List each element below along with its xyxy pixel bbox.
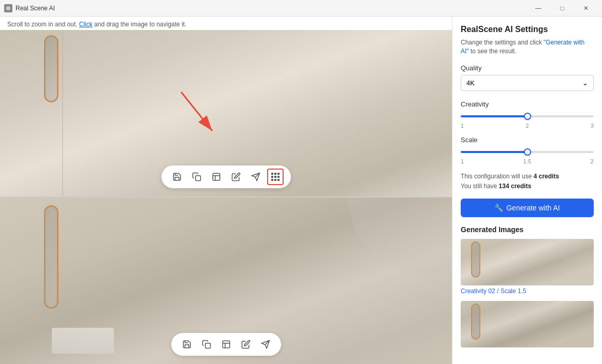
mirror-bottom — [44, 205, 58, 309]
quality-label: Quality — [461, 64, 594, 72]
send-btn-top[interactable] — [247, 169, 264, 185]
svg-rect-5 — [271, 173, 273, 175]
creativity-marks: 1 2 3 — [461, 123, 594, 129]
bottom-floating-toolbar — [171, 333, 281, 356]
generate-link: "Generate with AI" — [461, 39, 584, 55]
top-floating-toolbar — [161, 165, 291, 188]
svg-rect-17 — [223, 341, 230, 348]
app-title: Real Scene AI — [16, 5, 55, 12]
creativity-section: Creativity 1 2 3 — [461, 100, 594, 129]
credits-line1: This configuration will use — [461, 173, 534, 180]
hint-text3: and drag the image to navigate it. — [94, 21, 186, 28]
hint-click: Click — [79, 21, 93, 28]
image-container[interactable] — [0, 30, 452, 364]
scale-marks: 1 1.5 2 — [461, 158, 594, 164]
settings-title: RealScene AI Settings — [461, 25, 594, 34]
creativity-mark-3: 3 — [591, 123, 594, 129]
view-btn-bottom[interactable] — [218, 336, 234, 353]
edit-btn-bottom[interactable] — [238, 336, 254, 353]
creativity-label: Creativity — [461, 100, 594, 108]
generated-image-1[interactable]: Creativity 02 / Scale 1.5 — [461, 239, 594, 295]
chevron-down-icon: ⌄ — [582, 79, 588, 87]
main-content: Scroll to zoom in and out. Click and dra… — [0, 17, 602, 364]
copy-btn-top[interactable] — [188, 169, 205, 185]
hint-text1: Scroll to zoom in and out. — [7, 21, 77, 28]
app-icon — [4, 4, 12, 12]
svg-rect-10 — [277, 176, 280, 178]
gen-image-1-label: Creativity 02 / Scale 1.5 — [461, 287, 594, 295]
creativity-mark-1: 1 — [461, 123, 464, 129]
svg-rect-8 — [271, 176, 273, 178]
left-panel: Scroll to zoom in and out. Click and dra… — [0, 17, 452, 364]
creativity-mark-2: 2 — [525, 123, 528, 129]
copy-btn-bottom[interactable] — [198, 336, 215, 353]
svg-rect-1 — [195, 176, 200, 181]
generate-label: Generate with AI — [506, 204, 560, 212]
svg-rect-2 — [213, 173, 220, 180]
svg-rect-16 — [205, 343, 210, 348]
scale-section: Scale 1 1.5 2 — [461, 136, 594, 164]
credits-bold1: 4 credits — [534, 173, 559, 180]
send-btn-bottom[interactable] — [257, 336, 274, 353]
generated-images-title: Generated Images — [461, 225, 594, 234]
minimize-button[interactable]: — — [526, 0, 550, 17]
generate-button[interactable]: 🔧 Generate with AI — [461, 199, 594, 217]
generated-image-2[interactable] — [461, 301, 594, 347]
hint-bar: Scroll to zoom in and out. Click and dra… — [0, 17, 452, 30]
svg-rect-9 — [274, 176, 276, 178]
svg-rect-11 — [271, 179, 273, 181]
titlebar-left: Real Scene AI — [4, 4, 55, 12]
close-button[interactable]: ✕ — [574, 0, 598, 17]
top-image-panel[interactable] — [0, 30, 452, 198]
svg-rect-13 — [277, 179, 280, 181]
credits-bold2: 134 credits — [499, 183, 532, 190]
scale-mark-3: 2 — [591, 158, 594, 164]
titlebar-controls: — □ ✕ — [526, 0, 598, 17]
settings-description: Change the settings and click "Generate … — [461, 38, 594, 56]
scale-mark-2: 1.5 — [523, 158, 531, 164]
svg-rect-12 — [274, 179, 276, 181]
mirror-top — [44, 35, 58, 102]
save-btn-bottom[interactable] — [179, 336, 195, 353]
quality-value: 4K — [466, 79, 475, 87]
credits-line2: You still have — [461, 183, 499, 190]
creativity-slider-container[interactable] — [461, 111, 594, 122]
svg-point-0 — [6, 6, 10, 10]
bottom-image-panel[interactable] — [0, 198, 452, 364]
save-btn-top[interactable] — [169, 169, 185, 185]
edit-btn-top[interactable] — [228, 169, 244, 185]
maximize-button[interactable]: □ — [550, 0, 574, 17]
scale-mark-1: 1 — [461, 158, 464, 164]
right-panel: RealScene AI Settings Change the setting… — [452, 17, 602, 364]
ceiling-curve — [348, 198, 452, 275]
scale-slider-container[interactable] — [461, 147, 594, 157]
credits-info: This configuration will use 4 credits Yo… — [461, 172, 594, 191]
scale-label: Scale — [461, 136, 594, 144]
svg-rect-6 — [274, 173, 276, 175]
quality-select[interactable]: 4K ⌄ — [461, 75, 594, 91]
titlebar: Real Scene AI — □ ✕ — [0, 0, 602, 17]
wand-icon: 🔧 — [494, 204, 503, 212]
svg-rect-7 — [277, 173, 280, 175]
grid-btn-top[interactable] — [267, 169, 284, 185]
sink-element — [52, 328, 114, 354]
wall-line — [62, 30, 63, 196]
view-btn-top[interactable] — [208, 169, 225, 185]
